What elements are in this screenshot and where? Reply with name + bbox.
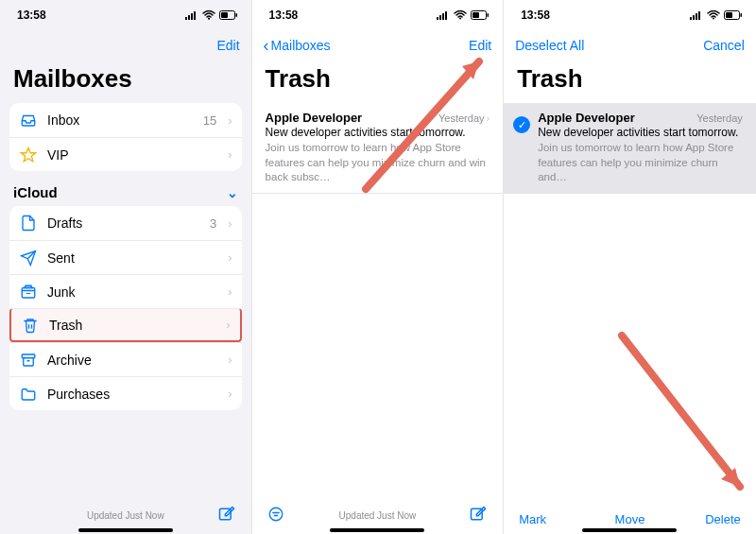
nav-bar: Deselect All Cancel — [504, 30, 756, 60]
svg-rect-18 — [472, 12, 479, 18]
compose-button[interactable] — [217, 505, 236, 526]
chevron-right-icon: › — [226, 318, 230, 332]
folder-label: Purchases — [47, 387, 218, 402]
battery-icon — [471, 10, 490, 20]
svg-point-20 — [269, 508, 283, 521]
mailbox-count: 15 — [203, 113, 216, 128]
svg-rect-13 — [439, 15, 441, 20]
status-time: 13:58 — [521, 9, 550, 22]
svg-rect-12 — [437, 17, 438, 20]
status-icons — [185, 10, 238, 20]
mailbox-inbox[interactable]: Inbox 15 › — [9, 103, 242, 137]
back-label: Mailboxes — [271, 38, 331, 53]
svg-rect-1 — [188, 15, 190, 20]
status-bar: 13:58 — [0, 0, 251, 30]
svg-rect-9 — [22, 287, 35, 298]
inbox-icon — [19, 112, 38, 129]
battery-icon — [219, 10, 238, 20]
folder-label: Sent — [47, 250, 218, 266]
compose-button[interactable] — [469, 505, 488, 526]
cancel-button[interactable]: Cancel — [703, 38, 745, 53]
mark-button[interactable]: Mark — [519, 512, 546, 526]
chevron-right-icon: › — [228, 387, 232, 401]
folder-label: Junk — [47, 284, 218, 300]
folder-label: Archive — [47, 353, 218, 368]
section-label: iCloud — [13, 184, 58, 200]
status-bar: 13:58 — [252, 0, 504, 30]
message-subject: New developer activities start tomorrow. — [266, 126, 490, 139]
message-preview: Join us tomorrow to learn how App Store … — [538, 141, 743, 193]
svg-rect-30 — [726, 12, 732, 18]
svg-rect-24 — [690, 17, 692, 20]
primary-mailboxes: Inbox 15 › VIP › — [9, 103, 242, 171]
folder-junk[interactable]: Junk › — [9, 274, 242, 308]
chevron-down-icon: ⌄ — [227, 185, 238, 200]
deselect-all-button[interactable]: Deselect All — [515, 38, 584, 53]
icloud-folders: Drafts 3 › Sent › Junk › Trash › Arc — [9, 206, 242, 410]
message-preview: Join us tomorrow to learn how App Store … — [266, 141, 490, 193]
status-text: Updated Just Now — [339, 510, 417, 521]
star-icon — [19, 146, 38, 164]
folder-archive[interactable]: Archive › — [9, 342, 242, 376]
svg-rect-6 — [221, 12, 228, 18]
message-subject: New developer activities start tomorrow. — [538, 126, 743, 139]
screen-trash-edit: 13:58 Deselect All Cancel Trash ✓ Apple … — [504, 0, 756, 534]
delete-button[interactable]: Delete — [705, 512, 741, 526]
chevron-right-icon: › — [228, 216, 232, 231]
mailbox-label: VIP — [47, 147, 218, 163]
folder-drafts[interactable]: Drafts 3 › — [9, 206, 242, 240]
mailbox-vip[interactable]: VIP › — [9, 137, 242, 171]
edit-button[interactable]: Edit — [469, 38, 491, 53]
chevron-right-icon: › — [228, 113, 232, 128]
status-icons — [690, 10, 743, 20]
chevron-left-icon: ‹ — [264, 36, 269, 56]
folder-sent[interactable]: Sent › — [9, 240, 242, 274]
folder-purchases[interactable]: Purchases › — [9, 376, 242, 410]
status-time: 13:58 — [269, 9, 299, 22]
page-title: Trash — [504, 60, 756, 103]
checkmark-icon[interactable]: ✓ — [513, 116, 530, 133]
folder-trash[interactable]: Trash › — [9, 308, 242, 342]
svg-rect-3 — [194, 11, 196, 20]
svg-rect-31 — [740, 13, 742, 17]
home-indicator — [582, 528, 677, 532]
screen-mailboxes: 13:58 Edit Mailboxes Inbox 15 › VIP › — [0, 0, 252, 534]
nav-bar: Edit — [0, 30, 251, 60]
message-row-selected[interactable]: ✓ Apple Developer Yesterday New develope… — [504, 103, 756, 194]
sent-icon — [19, 250, 38, 267]
battery-icon — [724, 10, 743, 20]
wifi-icon — [202, 10, 215, 20]
bottom-toolbar: Updated Just Now — [252, 505, 504, 526]
chevron-right-icon: › — [228, 284, 232, 299]
archive-icon — [19, 352, 38, 369]
drafts-icon — [19, 215, 38, 232]
message-row[interactable]: Apple Developer Yesterday› New developer… — [252, 103, 504, 194]
trash-icon — [21, 317, 40, 334]
status-bar: 13:58 — [504, 0, 756, 30]
filter-button[interactable] — [267, 506, 284, 525]
section-header-icloud[interactable]: iCloud ⌄ — [0, 171, 251, 206]
nav-bar: ‹ Mailboxes Edit — [252, 30, 504, 60]
svg-point-28 — [713, 18, 714, 20]
chevron-right-icon: › — [487, 112, 490, 124]
svg-point-16 — [459, 18, 461, 20]
home-indicator — [330, 528, 424, 532]
message-sender: Apple Developer — [266, 111, 363, 125]
svg-rect-10 — [22, 354, 35, 358]
page-title: Mailboxes — [0, 60, 251, 103]
folder-icon — [19, 386, 38, 403]
signal-icon — [437, 10, 450, 20]
svg-line-32 — [622, 336, 740, 487]
svg-marker-33 — [721, 468, 740, 487]
folder-label: Trash — [49, 318, 216, 333]
move-button[interactable]: Move — [615, 512, 645, 526]
svg-rect-15 — [445, 11, 447, 20]
signal-icon — [185, 10, 198, 20]
chevron-right-icon: › — [228, 353, 232, 367]
folder-label: Drafts — [47, 215, 200, 231]
edit-button[interactable]: Edit — [216, 38, 239, 53]
svg-rect-27 — [698, 11, 700, 20]
back-button[interactable]: ‹ Mailboxes — [264, 36, 331, 56]
home-indicator — [78, 528, 173, 532]
bottom-toolbar: Mark Move Delete — [504, 512, 756, 526]
